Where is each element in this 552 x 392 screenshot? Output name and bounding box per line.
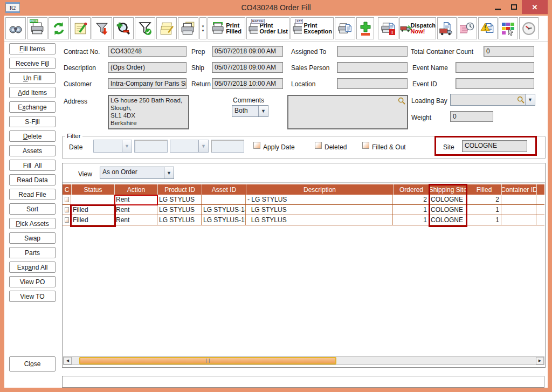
comments-mode-select[interactable]: Both ▼ (232, 105, 268, 117)
pick-assets-button[interactable]: Pick Assets (9, 218, 56, 229)
filled-and-out-checkbox[interactable] (362, 142, 369, 149)
sort-button[interactable]: Sort (9, 203, 56, 215)
print-order-list-button[interactable]: BATCH PrintOrder List (246, 17, 289, 39)
cell-product-id[interactable]: LG STYLUS (157, 195, 202, 204)
scroll-left-button[interactable]: ◀ (64, 357, 72, 365)
print-dropdown-button[interactable]: ▾▾ (199, 17, 206, 39)
cell-filled[interactable]: 1 (466, 205, 501, 215)
gauge-clock-button[interactable] (519, 17, 539, 39)
print-exception-button[interactable]: 17? PrintException (291, 17, 334, 39)
comments-mode-dropdown-button[interactable]: ▼ (258, 106, 268, 116)
scrollbar-thumb[interactable] (79, 357, 336, 365)
alert-document-button[interactable]: ! (478, 17, 498, 39)
minimize-button[interactable] (489, 0, 506, 14)
event-id-field[interactable] (456, 78, 534, 89)
cell-status[interactable]: Filled (71, 205, 114, 215)
assigned-to-field[interactable] (337, 46, 408, 57)
header-container-id[interactable]: Container ID (501, 184, 536, 195)
schedule-clock-button[interactable] (458, 17, 477, 39)
zoom-adjust-button[interactable] (113, 17, 134, 39)
cell-shipping-site[interactable]: COLOGNE (429, 215, 466, 225)
cell-status[interactable] (71, 195, 114, 204)
cell-filled[interactable]: 2 (466, 195, 501, 204)
print-alert-button[interactable]: ! (378, 17, 398, 39)
horizontal-scrollbar[interactable]: ◀ ▶ (63, 356, 544, 365)
read-data-button[interactable]: Read Data (9, 174, 56, 185)
scroll-right-button[interactable]: ▶ (536, 357, 544, 365)
s-fill-button[interactable]: S-Fill (9, 116, 56, 127)
date-field-2[interactable] (211, 140, 244, 153)
cell-container-id[interactable] (501, 195, 536, 204)
customer-field[interactable]: Intra-Company for Paris Sit (108, 78, 187, 89)
cell-container-id[interactable] (501, 205, 536, 215)
header-shipping-site[interactable]: Shipping Site (429, 184, 466, 195)
loading-bay-dropdown-button[interactable]: ▼ (525, 94, 535, 105)
header-c[interactable]: C (63, 184, 71, 195)
cell-asset-id[interactable]: LG STYLUS-14 (202, 205, 246, 215)
receive-fill-button[interactable]: Receive Fill (9, 58, 56, 69)
cell-description[interactable]: LG STYLUS (246, 215, 393, 225)
un-fill-button[interactable]: Un Fill (9, 72, 56, 84)
truck-document-button[interactable] (437, 17, 457, 39)
header-product-id[interactable]: Product ID (157, 184, 202, 195)
edit-notes-button[interactable] (70, 17, 91, 39)
event-name-field[interactable] (456, 62, 534, 73)
comments-memo[interactable] (287, 95, 408, 129)
address-memo[interactable]: LG house 250 Bath Road, Slough, SL1 4DX … (108, 95, 189, 129)
row-checkbox[interactable] (65, 217, 69, 223)
notes-stack-button[interactable] (156, 17, 177, 39)
print-pick-button[interactable]: PICK (27, 17, 47, 39)
cell-status[interactable]: Filled (71, 215, 114, 225)
cell-description[interactable]: LG STYLUS (246, 205, 393, 215)
deleted-checkbox[interactable] (315, 142, 322, 149)
header-action[interactable]: Action (114, 184, 157, 195)
assets-button[interactable]: Assets (9, 145, 56, 156)
row-checkbox[interactable] (65, 197, 69, 202)
site-field[interactable]: COLOGNE (462, 140, 527, 152)
filter-check-button[interactable] (135, 17, 155, 39)
apply-date-checkbox[interactable] (253, 142, 260, 149)
cell-product-id[interactable]: LG STYLUS (157, 215, 202, 225)
date-field-1[interactable] (134, 140, 168, 153)
refresh-button[interactable] (49, 17, 69, 39)
cell-action[interactable]: Rent (114, 205, 157, 215)
close-window-button[interactable]: ✕ (522, 0, 548, 14)
comments-search-icon[interactable] (397, 97, 406, 105)
print-filled-button[interactable]: PrintFilled (208, 17, 245, 39)
total-container-count-field[interactable]: 0 (484, 46, 534, 57)
cell-filled[interactable]: 1 (466, 215, 501, 225)
row-checkbox[interactable] (65, 207, 69, 212)
location-field[interactable] (337, 78, 408, 89)
expand-all-button[interactable]: Expand All (9, 262, 56, 273)
parts-button[interactable]: Parts (9, 247, 56, 258)
fill-all-button[interactable]: Fill All (9, 160, 56, 171)
loading-bay-select[interactable]: ▼ (450, 94, 535, 106)
exchange-button[interactable]: Exchange (9, 101, 56, 113)
scrollbar-track[interactable] (72, 357, 536, 365)
contract-no-field[interactable]: CO430248 (108, 46, 187, 57)
cell-shipping-site[interactable]: COLOGNE (429, 205, 466, 215)
view-to-button[interactable]: View TO (9, 291, 56, 302)
header-description[interactable]: Description (246, 184, 393, 195)
description-field[interactable]: (Ops Order) (108, 62, 187, 73)
loading-bay-search-icon[interactable] (516, 95, 525, 104)
sales-person-field[interactable] (337, 62, 408, 73)
add-remove-button[interactable] (356, 17, 374, 39)
cell-shipping-site[interactable]: COLOGNE (429, 195, 466, 204)
ship-field[interactable]: 05/07/2018 09:00 AM (212, 62, 283, 73)
dispatch-now-button[interactable]: DispatchNow! (399, 17, 436, 39)
date-type-select-1[interactable]: ▼ (93, 140, 132, 153)
header-filled[interactable]: Filled (466, 184, 501, 195)
swap-button[interactable]: Swap (9, 232, 56, 244)
view-dropdown-button[interactable]: ▼ (164, 167, 174, 178)
weight-field[interactable]: 0 (450, 111, 493, 122)
delete-button[interactable]: Delete (9, 130, 56, 142)
cell-ordered[interactable]: 1 (393, 215, 429, 225)
view-select[interactable]: As on Order ▼ (100, 167, 174, 179)
cell-container-id[interactable] (501, 215, 536, 225)
add-items-button[interactable]: Add Items (9, 87, 56, 98)
header-status[interactable]: Status (71, 184, 114, 195)
header-ordered[interactable]: Ordered (393, 184, 429, 195)
cell-action[interactable]: Rent (114, 215, 157, 225)
view-po-button[interactable]: View PO (9, 276, 56, 287)
